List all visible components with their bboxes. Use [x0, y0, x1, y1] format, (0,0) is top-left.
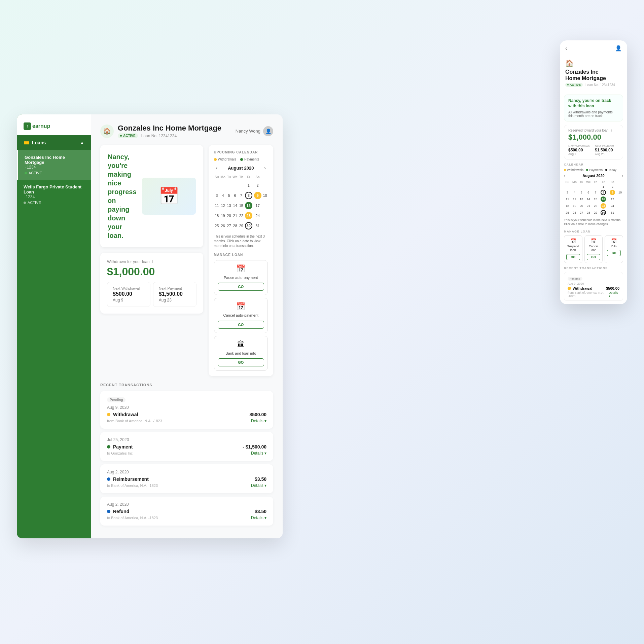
- mobile-next-payment: Next Payment $1,500.00 Aug 23: [595, 144, 619, 156]
- cal-day[interactable]: 12: [220, 201, 226, 211]
- cal-day[interactable]: 19: [220, 211, 226, 221]
- mobile-manage-other[interactable]: 📅 B lo GO: [605, 235, 623, 263]
- cal-day[interactable]: 5: [226, 190, 232, 201]
- cal-day[interactable]: 15: [238, 201, 244, 211]
- m-cal-day[interactable]: 13: [578, 196, 585, 203]
- cal-day[interactable]: 11: [214, 201, 220, 211]
- m-cal-day[interactable]: 5: [578, 189, 585, 196]
- m-cal-day[interactable]: 29: [592, 209, 599, 216]
- cal-day[interactable]: 17: [253, 201, 262, 211]
- m-cal-day-30[interactable]: 30: [599, 209, 608, 216]
- m-cal-day[interactable]: 25: [564, 209, 571, 216]
- cal-day[interactable]: 10: [262, 190, 268, 201]
- m-cal-day[interactable]: 19: [571, 203, 578, 209]
- cal-day[interactable]: 3: [214, 190, 220, 201]
- cal-day[interactable]: 31: [253, 221, 262, 231]
- m-cal-day[interactable]: 14: [584, 196, 592, 203]
- m-cal-day[interactable]: 7: [592, 189, 599, 196]
- tx3-details-link[interactable]: Details ▾: [251, 483, 266, 488]
- mobile-info-icon: ℹ: [611, 129, 612, 132]
- m-cal-day[interactable]: 12: [571, 196, 578, 203]
- m-cal-day[interactable]: 17: [608, 196, 617, 203]
- cal-day[interactable]: 27: [226, 221, 232, 231]
- mobile-legend-green: [586, 169, 588, 171]
- loan-title: Gonzales Inc Home Mortgage: [118, 124, 221, 133]
- cal-day[interactable]: 26: [220, 221, 226, 231]
- m-cal-day-9-today[interactable]: 9: [608, 189, 617, 196]
- cal-day-16-payment[interactable]: 16: [244, 201, 253, 211]
- m-cal-day-23[interactable]: 23: [599, 203, 608, 209]
- tx4-details-link[interactable]: Details ▾: [251, 515, 266, 520]
- cal-day[interactable]: 25: [214, 221, 220, 231]
- sidebar-item-student-loan[interactable]: Wells Fargo Private Student Loan · 1234 …: [17, 180, 91, 209]
- m-cal-day[interactable]: 22: [592, 203, 599, 209]
- cal-day[interactable]: 4: [220, 190, 226, 201]
- m-cal-day[interactable]: 3: [564, 189, 571, 196]
- cal-th-tu: Tu: [226, 174, 232, 180]
- m-cal-day[interactable]: 26: [571, 209, 578, 216]
- mobile-cal-prev-button[interactable]: ‹: [564, 174, 565, 178]
- cal-day[interactable]: 29: [238, 221, 244, 231]
- tx3-amount: $3.50: [255, 476, 266, 482]
- cal-day-23-withdrawal[interactable]: 23: [244, 211, 253, 221]
- m-cal-day[interactable]: 4: [571, 189, 578, 196]
- m-cal-day[interactable]: 27: [578, 209, 585, 216]
- cal-day[interactable]: 21: [232, 211, 239, 221]
- cal-day[interactable]: 18: [214, 211, 220, 221]
- cal-day[interactable]: 28: [232, 221, 239, 231]
- other-go-button[interactable]: GO: [607, 250, 621, 256]
- bank-go-button[interactable]: GO: [218, 358, 264, 366]
- cal-day-9-today[interactable]: 9: [253, 190, 262, 201]
- cal-day[interactable]: 6: [232, 190, 239, 201]
- cal-day[interactable]: 1: [244, 180, 253, 190]
- cancel-icon: 📅: [218, 302, 264, 311]
- m-cal-day[interactable]: 11: [564, 196, 571, 203]
- m-cal-day[interactable]: 21: [584, 203, 592, 209]
- m-cal-day[interactable]: 10: [617, 189, 623, 196]
- m-cal-day[interactable]: 2: [608, 184, 617, 189]
- tx2-details-link[interactable]: Details ▾: [251, 451, 266, 456]
- m-cal-day[interactable]: 24: [608, 203, 617, 209]
- m-cal-day[interactable]: 18: [564, 203, 571, 209]
- mobile-back-button[interactable]: ‹: [565, 45, 567, 51]
- mobile-tx-details-link[interactable]: Details ▾: [609, 291, 619, 298]
- pause-go-button[interactable]: GO: [218, 283, 264, 291]
- cal-day-30-upcoming[interactable]: 30: [244, 221, 253, 231]
- cal-day[interactable]: 2: [253, 180, 262, 190]
- manage-cancel-autopayment[interactable]: 📅 Cancel auto-payment GO: [214, 298, 268, 333]
- cal-day[interactable]: 24: [253, 211, 262, 221]
- mobile-cal-next-button[interactable]: ›: [622, 174, 623, 178]
- m-cal-day[interactable]: 20: [578, 203, 585, 209]
- earnup-text: earnup: [32, 123, 50, 129]
- m-cal-day[interactable]: 1: [599, 184, 608, 189]
- tx4-row: Refund $3.50: [107, 509, 266, 514]
- m-cal-day[interactable]: 28: [584, 209, 592, 216]
- sidebar-item-home-mortgage[interactable]: Gonzales Inc Home Mortgage · 1234 ACTIVE: [17, 150, 91, 180]
- m-cal-day-8[interactable]: 8: [599, 189, 608, 196]
- cal-day[interactable]: 7: [238, 190, 244, 201]
- cal-day[interactable]: 14: [232, 201, 239, 211]
- manage-pause-autopayment[interactable]: 📅 Pause auto-payment GO: [214, 260, 268, 295]
- cancel-go-button[interactable]: GO: [218, 321, 264, 329]
- cal-prev-button[interactable]: ‹: [214, 165, 220, 171]
- m-cal-day[interactable]: 31: [608, 209, 617, 216]
- sidebar-category-loans[interactable]: 💳 Loans ▲: [17, 135, 91, 150]
- suspend-go-button[interactable]: GO: [566, 254, 580, 260]
- cal-day[interactable]: 22: [238, 211, 244, 221]
- mobile-tx-item: Pending Aug 9, 2020 Withdrawal $500.00 f…: [564, 272, 623, 301]
- manage-bank-info[interactable]: 🏛 Bank and loan info GO: [214, 336, 268, 371]
- legend-withdrawals-label: Withdrawals: [218, 157, 236, 161]
- cal-next-button[interactable]: ›: [262, 165, 268, 171]
- cancel-loan-go-button[interactable]: GO: [587, 254, 601, 260]
- m-cal-day-16[interactable]: 16: [599, 196, 608, 203]
- tx1-from: from Bank of America, N.A. -1823: [107, 419, 162, 423]
- tx1-details-link[interactable]: Details ▾: [251, 419, 266, 423]
- mobile-manage-suspend[interactable]: 📅 Suspend loan GO: [564, 235, 582, 263]
- cal-day-8[interactable]: 8: [244, 190, 253, 201]
- cal-day[interactable]: 13: [226, 201, 232, 211]
- m-cal-day[interactable]: 15: [592, 196, 599, 203]
- m-cal-day[interactable]: 6: [584, 189, 592, 196]
- transaction-withdrawal: Pending Aug 9, 2020 Withdrawal $500.00 f…: [100, 391, 273, 429]
- mobile-manage-cancel[interactable]: 📅 Cancel loan GO: [584, 235, 603, 263]
- cal-day[interactable]: 20: [226, 211, 232, 221]
